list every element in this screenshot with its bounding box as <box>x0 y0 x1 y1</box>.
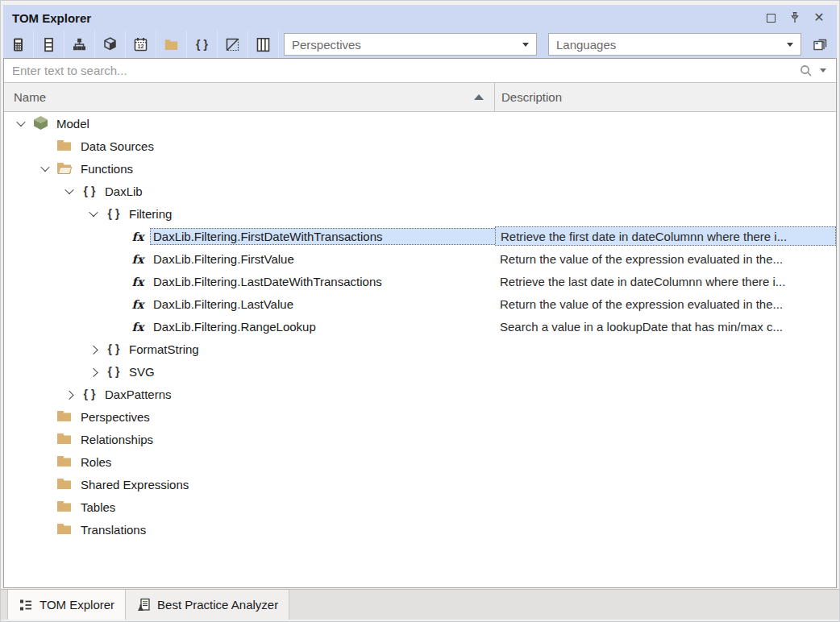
node-label: Tables <box>77 499 495 516</box>
tree-list-icon <box>19 598 33 612</box>
tree-row[interactable]: DaxLib.Filtering.LastDateWithTransaction… <box>4 270 836 292</box>
svg-text:12: 12 <box>138 44 144 49</box>
expander-chevron-icon[interactable] <box>59 188 80 194</box>
chevron-down-icon <box>787 43 793 47</box>
tree-row[interactable]: DaxLib.Filtering.FirstValue Return the v… <box>4 247 836 270</box>
folder-icon <box>56 475 75 493</box>
expander-chevron-icon[interactable] <box>59 391 80 397</box>
bottom-tab-bar: TOM Explorer Best Practice Analyzer <box>1 589 839 620</box>
tree-row[interactable]: FormatString <box>4 338 836 360</box>
calculation-group-button[interactable] <box>248 31 279 58</box>
json-button[interactable]: { } <box>187 31 218 58</box>
tree-row-name-cell: DaxLib.Filtering.FirstValue <box>4 247 495 270</box>
tree-row[interactable]: DaxPatterns <box>4 383 836 405</box>
display-folder-button[interactable] <box>156 31 187 58</box>
languages-value: Languages <box>556 38 616 52</box>
folder-icon <box>56 453 75 471</box>
tree-view: Model Data Sources <box>4 112 836 587</box>
node-label: Shared Expressions <box>77 476 495 493</box>
close-button[interactable]: ✕ <box>809 8 829 27</box>
name-column-header[interactable]: Name <box>4 83 495 111</box>
window-controls: ✕ <box>761 8 829 27</box>
expander-chevron-icon[interactable] <box>83 346 104 352</box>
tree-row-name-cell: Perspectives <box>4 405 495 428</box>
tree-row-name-cell: FormatString <box>4 338 495 360</box>
partition-cube-icon <box>102 36 119 53</box>
magnifier-icon[interactable] <box>799 64 813 78</box>
sort-ascending-icon <box>474 94 484 100</box>
tree-row[interactable]: Perspectives <box>4 405 836 428</box>
calendar-button[interactable]: 12 <box>126 31 156 58</box>
tree-row[interactable]: Filtering <box>4 202 836 225</box>
perspectives-dropdown[interactable]: Perspectives <box>284 33 537 56</box>
node-description <box>495 383 836 405</box>
search-options-caret-icon[interactable] <box>820 68 826 73</box>
expander-chevron-icon[interactable] <box>83 210 104 217</box>
search-input[interactable] <box>10 63 799 78</box>
name-column-label: Name <box>14 90 46 104</box>
function-fx-icon <box>128 272 148 290</box>
braces-icon <box>104 340 123 358</box>
display-folder-icon <box>163 36 180 53</box>
tree-row-name-cell: Functions <box>4 157 495 180</box>
node-label: Functions <box>77 160 495 177</box>
tree-row[interactable]: Translations <box>4 518 836 541</box>
folder-icon <box>56 430 75 448</box>
node-description <box>495 473 836 496</box>
node-label: DaxPatterns <box>102 386 495 403</box>
tab-best-practice-analyzer[interactable]: Best Practice Analyzer <box>126 590 289 620</box>
function-fx-icon <box>128 295 148 313</box>
node-description <box>495 112 836 135</box>
tree-row[interactable]: Data Sources <box>4 135 836 157</box>
folder-icon <box>56 498 75 516</box>
tree-row[interactable]: Roles <box>4 450 836 473</box>
hierarchy-button[interactable] <box>64 31 95 58</box>
kpi-button[interactable] <box>218 31 248 58</box>
tree-row-name-cell: DaxLib.Filtering.LastDateWithTransaction… <box>4 270 495 292</box>
expander-chevron-icon[interactable] <box>35 165 56 172</box>
tree-row-name-cell: Tables <box>4 496 495 518</box>
node-description <box>495 428 836 450</box>
chevron-down-icon <box>522 43 529 47</box>
folder-open-icon <box>56 160 75 177</box>
tree-row[interactable]: SVG <box>4 360 836 383</box>
grid-header: Name Description <box>4 83 836 112</box>
window-title: TOM Explorer <box>12 11 91 25</box>
tree-row[interactable]: DaxLib.Filtering.FirstDateWithTransactio… <box>4 225 836 247</box>
node-description <box>495 405 836 428</box>
tree-row-name-cell: Relationships <box>4 428 495 450</box>
tree-row[interactable]: DaxLib.Filtering.LastValue Return the va… <box>4 292 836 315</box>
folder-icon <box>56 137 75 155</box>
tree-row[interactable]: Functions <box>4 157 836 180</box>
tree-row[interactable]: Shared Expressions <box>4 473 836 496</box>
node-description <box>495 202 836 225</box>
tree-row[interactable]: Model <box>4 112 836 135</box>
expander-chevron-icon[interactable] <box>83 368 104 375</box>
tree-row[interactable]: DaxLib.Filtering.RangeLookup Search a va… <box>4 315 836 338</box>
maximize-button[interactable] <box>761 8 780 27</box>
braces-icon <box>80 182 99 200</box>
description-column-header[interactable]: Description <box>495 83 836 111</box>
tree-row-name-cell: DaxLib.Filtering.RangeLookup <box>4 315 495 338</box>
tree-row[interactable]: Tables <box>4 496 836 518</box>
partition-button[interactable] <box>95 31 126 58</box>
tree-row[interactable]: DaxLib <box>4 180 836 202</box>
measure-calculator-icon <box>10 36 27 53</box>
column-button[interactable] <box>34 31 64 58</box>
tree-row-name-cell: DaxLib.Filtering.LastValue <box>4 292 495 315</box>
explorer-panel: Name Description Model <box>3 58 837 588</box>
perspectives-value: Perspectives <box>292 38 361 52</box>
node-label: SVG <box>126 363 495 380</box>
node-description <box>495 157 836 180</box>
tab-tom-explorer[interactable]: TOM Explorer <box>7 590 126 620</box>
languages-dropdown[interactable]: Languages <box>548 33 801 56</box>
pin-button[interactable] <box>785 8 805 27</box>
tree-row[interactable]: Relationships <box>4 428 836 450</box>
window-list-button[interactable] <box>809 32 833 56</box>
measure-button[interactable] <box>3 31 34 58</box>
node-description <box>495 450 836 473</box>
node-label: Perspectives <box>77 408 495 425</box>
tree-row-name-cell: Roles <box>4 450 495 473</box>
braces-icon <box>104 205 123 222</box>
expander-chevron-icon[interactable] <box>10 120 31 126</box>
